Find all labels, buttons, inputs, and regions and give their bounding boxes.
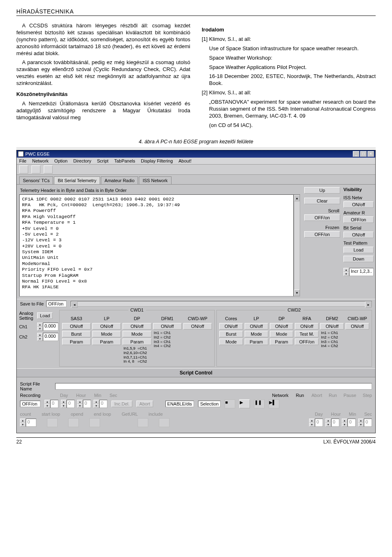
menu-option[interactable]: Option bbox=[54, 158, 67, 163]
ref-1-b: Use of Space Station infrastructure for … bbox=[202, 45, 376, 52]
side-button-3[interactable]: OFF/on bbox=[304, 231, 340, 238]
cwd1cols-b1-2[interactable]: ON/off bbox=[122, 323, 151, 330]
menu-script[interactable]: Script bbox=[97, 158, 109, 163]
menubar[interactable]: FileNetworkOptionDirectoryScriptTabPanel… bbox=[17, 158, 375, 165]
cwd2cols-b1-5[interactable]: ON/off bbox=[345, 323, 369, 330]
scroll-up-icon[interactable]: ▴ bbox=[294, 195, 300, 201]
vis-button-4[interactable]: Down bbox=[343, 256, 374, 262]
ch2-label: Ch2 bbox=[19, 334, 36, 339]
cwd2cols-b2-0[interactable]: Burst bbox=[219, 331, 243, 337]
cwd1cols-b3-2[interactable]: Param bbox=[122, 339, 151, 345]
cwd2cols-b3-1[interactable]: Param bbox=[245, 339, 268, 345]
toolbar-btn-3[interactable] bbox=[44, 165, 53, 174]
menu-displayfiltering[interactable]: Display Filtering bbox=[141, 158, 173, 163]
cwd2cols-b3-0[interactable]: Mode bbox=[219, 339, 243, 345]
analog-load-button[interactable]: Load bbox=[37, 312, 53, 319]
menu-directory[interactable]: Directory bbox=[74, 158, 91, 163]
menu-file[interactable]: File bbox=[19, 158, 27, 163]
script-file-field[interactable] bbox=[55, 383, 372, 390]
startloop-button[interactable] bbox=[47, 418, 58, 427]
vis-label-3: Test Pattern bbox=[343, 241, 374, 245]
telemetry-header: Telemetry Header is in Byte and Data is … bbox=[20, 188, 299, 193]
cwd1-block: CWD1 SAS3ON/offBurstParamLPON/offModePar… bbox=[59, 310, 215, 367]
spin-down-icon[interactable]: ▾ bbox=[343, 272, 349, 276]
cwd2cols-head-0: Cores bbox=[219, 316, 243, 322]
cwd1cols-info-3: In1 = Ch1 In2 = Ch2 In3 = Ch1 In4 = Ch2 bbox=[153, 331, 182, 349]
menu-network[interactable]: Network bbox=[32, 158, 49, 163]
vis-button-3[interactable]: Load bbox=[343, 247, 374, 253]
menu-about[interactable]: About! bbox=[178, 158, 192, 163]
cwd2cols-b1-2[interactable]: ON/off bbox=[270, 323, 294, 330]
incdel-button[interactable]: Inc.Del. bbox=[111, 401, 132, 407]
bottom-label-0: count bbox=[20, 412, 31, 417]
cwd2cols-testm-3[interactable]: OFF/on bbox=[295, 339, 318, 345]
titlebar[interactable]: PWC EGSE _ □ × bbox=[17, 150, 375, 158]
analog-label: Analog Setting bbox=[19, 311, 36, 321]
telemetry-panel: Telemetry Header is in Byte and Data is … bbox=[19, 187, 300, 296]
abort-rec-button[interactable]: Abort bbox=[136, 401, 153, 407]
cwd2cols-info-4: In1 = Ch1 In2 = Ch2 In3 = Ch1 In4 = Ch2 bbox=[320, 331, 344, 349]
ref-2-c: (on CD of 54 IAC). bbox=[202, 122, 376, 129]
app-icon bbox=[18, 151, 24, 157]
tab-0[interactable]: Sensors' TCs bbox=[19, 176, 53, 184]
spin-up-icon[interactable]: ▴ bbox=[343, 268, 349, 272]
cwd2cols-b3-3[interactable]: Test M. bbox=[295, 331, 318, 337]
cwd1cols-b2-2[interactable]: Mode bbox=[122, 331, 151, 337]
cwd1cols-b1-3[interactable]: ON/off bbox=[153, 323, 182, 330]
maximize-button[interactable]: □ bbox=[360, 151, 367, 157]
cwd1-legend: CWD1 bbox=[128, 307, 146, 312]
scroll-down-icon[interactable]: ▾ bbox=[294, 290, 300, 296]
save-value[interactable]: OFF/on bbox=[46, 301, 67, 307]
cwd2cols-b3-2[interactable]: Param bbox=[270, 339, 294, 345]
cwd1cols-head-3: DFM1 bbox=[153, 316, 182, 322]
ch2-value[interactable]: 0.000 bbox=[43, 333, 58, 341]
timeheads1-2: Min bbox=[94, 393, 101, 398]
ref-2-b: „OBSTANOVKA" experiment for space weathe… bbox=[202, 99, 376, 120]
cwd1cols-b1-0[interactable]: ON/off bbox=[62, 323, 91, 330]
cwd1cols-b3-1[interactable]: Param bbox=[92, 339, 121, 345]
ch1-value[interactable]: 0.000 bbox=[43, 323, 58, 331]
cwd2cols-b1-1[interactable]: ON/off bbox=[245, 323, 268, 330]
menu-tabpanels[interactable]: TabPanels bbox=[114, 158, 135, 163]
minimize-button[interactable]: _ bbox=[353, 151, 359, 157]
recording-value[interactable]: OFF/on bbox=[20, 401, 40, 407]
side-button-0[interactable]: Up bbox=[304, 187, 340, 194]
side-button-1[interactable]: Clear bbox=[304, 198, 340, 204]
opend-button[interactable] bbox=[68, 418, 79, 427]
tab-3[interactable]: ISS Network bbox=[139, 176, 171, 184]
incr-spinner[interactable]: ▴▾ Incr 1,2,3.. bbox=[343, 268, 374, 276]
play-abort-button[interactable]: ■ bbox=[225, 399, 235, 408]
tab-1[interactable]: Bit Serial Telemetry bbox=[54, 176, 100, 184]
cwd1cols-b2-1[interactable]: Mode bbox=[92, 331, 121, 337]
cwd1cols-b1-1[interactable]: ON/off bbox=[92, 323, 121, 330]
network-value[interactable]: ENABLE/dis bbox=[165, 401, 194, 407]
play-run-button[interactable]: ▶ bbox=[239, 399, 250, 408]
include-button[interactable] bbox=[159, 418, 169, 427]
close-button[interactable]: × bbox=[368, 151, 374, 157]
cwd1cols-b3-0[interactable]: Param bbox=[62, 339, 91, 345]
cwd1cols-b2-0[interactable]: Burst bbox=[62, 331, 91, 337]
telemetry-scrollbar[interactable]: ▴ ▾ bbox=[294, 194, 300, 296]
toolbar-btn-2[interactable] bbox=[31, 165, 40, 174]
cwd2cols-b1-3[interactable]: ON/off bbox=[295, 323, 318, 330]
ref-1-c: Space Weather Workshop: bbox=[202, 55, 376, 62]
run-value[interactable]: Selection bbox=[198, 401, 220, 407]
tab-2[interactable]: Amateur Radio bbox=[101, 176, 138, 184]
endloop-button[interactable] bbox=[89, 418, 100, 427]
cwd2cols-b2-1[interactable]: Mode bbox=[245, 331, 268, 337]
cwd1cols-b1-4[interactable]: ON/off bbox=[183, 323, 212, 330]
cwd2cols-head-5: CWD-WP bbox=[345, 316, 369, 322]
cwd2cols-b1-0[interactable]: ON/off bbox=[219, 323, 243, 330]
cwd2cols-b2-2[interactable]: Mode bbox=[270, 331, 294, 337]
play-pause-button[interactable]: ❚❚ bbox=[254, 399, 265, 408]
toolbar-btn-1[interactable] bbox=[19, 165, 28, 174]
vis-button-2[interactable]: ON/off bbox=[343, 232, 374, 238]
play-step-button[interactable]: ▶▌ bbox=[269, 399, 279, 408]
hscroll-right-icon[interactable]: ▸ bbox=[365, 301, 372, 308]
vis-button-1[interactable]: OFF/on bbox=[343, 216, 374, 223]
cwd2cols-b1-4[interactable]: ON/off bbox=[320, 323, 344, 330]
geturl-button[interactable] bbox=[138, 418, 148, 427]
hscroll-left-icon[interactable]: ◂ bbox=[71, 301, 78, 308]
side-button-2[interactable]: OFF/on bbox=[304, 214, 340, 221]
vis-button-0[interactable]: ON/off bbox=[343, 201, 374, 208]
